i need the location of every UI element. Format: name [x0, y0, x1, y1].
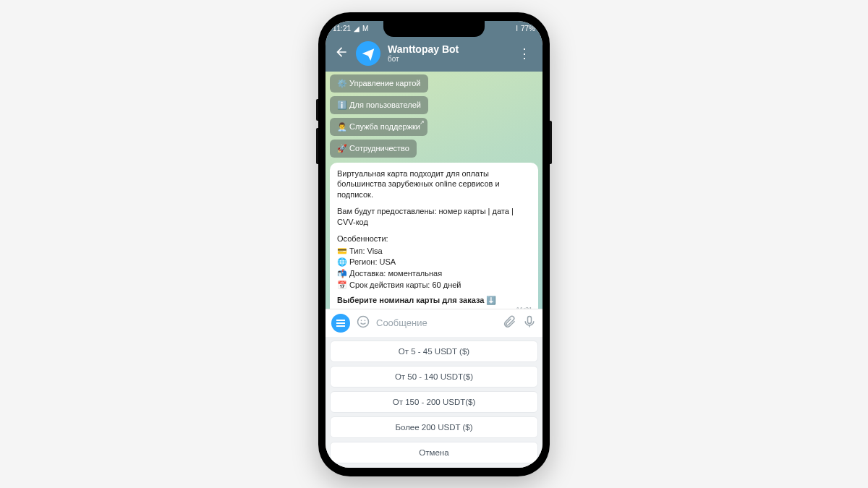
inline-btn-manage-card[interactable]: ⚙️ Управление картой [330, 74, 428, 93]
sticker-button[interactable] [356, 314, 370, 332]
chat-body[interactable]: ⚙️ Управление картой ℹ️ Для пользователе… [326, 72, 542, 309]
feature-line: 🌐 Регион: USA [337, 257, 531, 267]
msg-paragraph: Виртуальная карта подходит для оплаты бо… [337, 168, 531, 201]
inline-btn-label: ⚙️ Управление картой [337, 79, 421, 87]
feature-line: 💳 Тип: Visa [337, 246, 531, 257]
more-button[interactable]: ⋮ [515, 46, 534, 61]
message-time: 11:21 [516, 305, 532, 309]
inline-btn-label: ℹ️ Для пользователей [337, 100, 421, 109]
battery-label: 77% [521, 25, 535, 33]
svg-rect-3 [528, 316, 532, 323]
chat-header: Wanttopay Bot бот ⋮ [326, 37, 542, 72]
screen: 11:21 ◢ M I 77% Wanttopay Bot бот ⋮ ⚙ [326, 21, 542, 468]
header-titles[interactable]: Wanttopay Bot бот [388, 43, 508, 64]
option-5-45[interactable]: От 5 - 45 USDT ($) [330, 341, 538, 362]
menu-button[interactable] [331, 314, 350, 333]
inline-btn-support[interactable]: 👨‍💼 Служба поддержки↗ [330, 118, 427, 136]
bot-avatar[interactable] [356, 41, 380, 66]
inline-btn-for-users[interactable]: ℹ️ Для пользователей [330, 96, 428, 114]
message-input[interactable]: Сообщение [376, 317, 496, 328]
svg-point-0 [358, 316, 369, 327]
chat-subtitle: бот [388, 55, 508, 64]
status-net: M [362, 25, 368, 33]
inline-btn-label: 👨‍💼 Служба поддержки [337, 122, 420, 131]
notch [383, 21, 485, 37]
reply-keyboard: От 5 - 45 USDT ($) От 50 - 140 USDT($) О… [326, 337, 542, 468]
telegram-indicator-icon: ◢ [354, 25, 359, 33]
feature-line: 📅 Срок действия карты: 60 дней [337, 280, 531, 291]
chat-title: Wanttopay Bot [388, 43, 508, 55]
svg-point-2 [365, 320, 366, 321]
feature-line: 📬 Доставка: моментальная [337, 268, 531, 279]
voice-button[interactable] [522, 314, 537, 332]
inline-btn-partnership[interactable]: 🚀 Сотрудничество [330, 140, 417, 158]
bot-message-bubble: Виртуальная карта подходит для оплаты бо… [330, 163, 538, 309]
select-prompt: Выберите номинал карты для заказа ⬇️ [337, 295, 531, 306]
back-button[interactable] [334, 45, 349, 62]
msg-paragraph: Вам будут предоставлены: номер карты | д… [337, 206, 531, 228]
signal-icon: I [516, 25, 518, 33]
attach-button[interactable] [502, 314, 516, 332]
option-cancel[interactable]: Отмена [330, 442, 538, 463]
svg-point-1 [361, 320, 362, 321]
power-button [550, 121, 552, 164]
status-time: 11:21 [333, 25, 351, 33]
option-150-200[interactable]: От 150 - 200 USDT($) [330, 391, 538, 413]
option-50-140[interactable]: От 50 - 140 USDT($) [330, 366, 538, 388]
features-title: Особенности: [337, 234, 531, 244]
option-200-plus[interactable]: Более 200 USDT ($) [330, 416, 538, 438]
inline-btn-label: 🚀 Сотрудничество [337, 144, 409, 153]
external-link-icon: ↗ [420, 119, 425, 126]
message-input-row: Сообщение [326, 309, 542, 337]
phone-frame: 11:21 ◢ M I 77% Wanttopay Bot бот ⋮ ⚙ [318, 12, 550, 476]
hamburger-icon [336, 322, 345, 324]
